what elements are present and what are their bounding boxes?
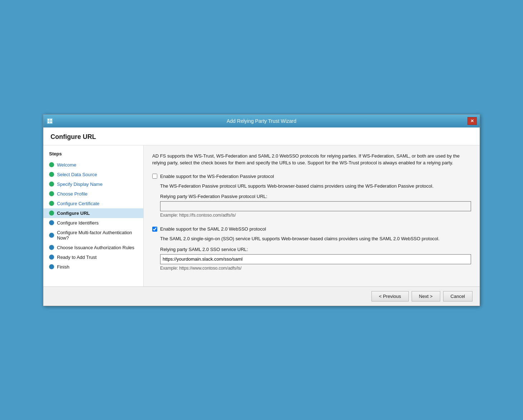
- app-icon: [46, 117, 53, 125]
- title-bar: Add Relying Party Trust Wizard ✕: [43, 115, 480, 127]
- step-dot-configure-certificate: [49, 201, 54, 206]
- ws-federation-example: Example: https://fs.contoso.com/adfs/ls/: [160, 213, 471, 218]
- page-title: Configure URL: [43, 127, 480, 145]
- previous-button[interactable]: < Previous: [371, 291, 409, 301]
- step-dot-specify-display-name: [49, 182, 54, 187]
- description-text: AD FS supports the WS-Trust, WS-Federati…: [152, 153, 471, 166]
- saml-section: Enable support for the SAML 2.0 WebSSO p…: [152, 226, 471, 271]
- sidebar-item-finish[interactable]: Finish: [43, 262, 143, 272]
- sidebar-item-label-configure-certificate: Configure Certificate: [57, 201, 100, 206]
- saml-checkbox[interactable]: [152, 227, 157, 232]
- sidebar-item-label-configure-multifactor: Configure Multi-factor Authentication No…: [57, 230, 138, 241]
- steps-label: Steps: [43, 151, 143, 160]
- saml-checkbox-label[interactable]: Enable support for the SAML 2.0 WebSSO p…: [160, 226, 266, 232]
- content-area: Configure URL Steps Welcome Select Data …: [43, 127, 480, 306]
- sidebar-item-label-choose-issuance: Choose Issuance Authorization Rules: [57, 245, 134, 250]
- ws-federation-description: The WS-Federation Passive protocol URL s…: [160, 183, 471, 190]
- saml-description: The SAML 2.0 single-sign-on (SSO) servic…: [160, 235, 471, 242]
- ws-federation-checkbox[interactable]: [152, 174, 157, 179]
- footer: < Previous Next > Cancel: [43, 286, 480, 306]
- ws-federation-checkbox-row: Enable support for the WS-Federation Pas…: [152, 174, 471, 179]
- sidebar: Steps Welcome Select Data Source Specify…: [43, 145, 144, 286]
- sidebar-item-label-configure-url: Configure URL: [57, 211, 90, 216]
- sidebar-item-select-data-source[interactable]: Select Data Source: [43, 170, 143, 179]
- close-button[interactable]: ✕: [467, 117, 477, 125]
- svg-rect-3: [48, 121, 49, 123]
- saml-checkbox-row: Enable support for the SAML 2.0 WebSSO p…: [152, 226, 471, 232]
- saml-field-label: Relying party SAML 2.0 SSO service URL:: [160, 247, 471, 252]
- main-layout: Steps Welcome Select Data Source Specify…: [43, 145, 480, 286]
- main-content: AD FS supports the WS-Trust, WS-Federati…: [144, 145, 480, 286]
- sidebar-item-label-welcome: Welcome: [57, 162, 76, 168]
- step-dot-welcome: [49, 162, 54, 167]
- sidebar-item-label-select-data-source: Select Data Source: [57, 172, 97, 177]
- step-dot-select-data-source: [49, 172, 54, 177]
- ws-federation-url-input[interactable]: [160, 201, 471, 211]
- next-button[interactable]: Next >: [412, 291, 440, 301]
- step-dot-configure-multifactor: [49, 233, 54, 238]
- cancel-button[interactable]: Cancel: [443, 291, 472, 301]
- sidebar-item-label-specify-display-name: Specify Display Name: [57, 182, 102, 187]
- sidebar-item-label-choose-profile: Choose Profile: [57, 191, 87, 197]
- step-dot-finish: [49, 264, 54, 269]
- sidebar-item-configure-url[interactable]: Configure URL: [43, 208, 143, 218]
- sidebar-item-choose-profile[interactable]: Choose Profile: [43, 189, 143, 199]
- saml-example: Example: https://www.contoso.com/adfs/ls…: [160, 266, 471, 271]
- sidebar-item-welcome[interactable]: Welcome: [43, 160, 143, 170]
- sidebar-item-label-configure-identifiers: Configure Identifiers: [57, 220, 99, 226]
- sidebar-item-label-ready-to-add: Ready to Add Trust: [57, 255, 97, 260]
- step-dot-choose-profile: [49, 191, 54, 196]
- sidebar-item-label-finish: Finish: [57, 264, 69, 270]
- svg-rect-2: [50, 119, 52, 121]
- step-dot-choose-issuance: [49, 245, 54, 250]
- ws-federation-checkbox-label[interactable]: Enable support for the WS-Federation Pas…: [160, 174, 274, 179]
- sidebar-item-choose-issuance[interactable]: Choose Issuance Authorization Rules: [43, 243, 143, 252]
- window-title: Add Relying Party Trust Wizard: [227, 118, 297, 124]
- sidebar-item-configure-multifactor[interactable]: Configure Multi-factor Authentication No…: [43, 228, 143, 243]
- sidebar-item-specify-display-name[interactable]: Specify Display Name: [43, 179, 143, 189]
- sidebar-item-ready-to-add[interactable]: Ready to Add Trust: [43, 252, 143, 262]
- step-dot-configure-url: [49, 211, 54, 216]
- wizard-window: Add Relying Party Trust Wizard ✕ Configu…: [43, 114, 480, 306]
- sidebar-item-configure-identifiers[interactable]: Configure Identifiers: [43, 218, 143, 228]
- title-bar-left: [46, 117, 53, 125]
- saml-url-input[interactable]: [160, 254, 471, 264]
- ws-federation-field-label: Relying party WS-Federation Passive prot…: [160, 194, 471, 199]
- svg-rect-4: [50, 121, 52, 123]
- step-dot-ready-to-add: [49, 255, 54, 260]
- svg-rect-1: [48, 119, 49, 121]
- step-dot-configure-identifiers: [49, 220, 54, 225]
- sidebar-item-configure-certificate[interactable]: Configure Certificate: [43, 199, 143, 208]
- ws-federation-section: Enable support for the WS-Federation Pas…: [152, 174, 471, 218]
